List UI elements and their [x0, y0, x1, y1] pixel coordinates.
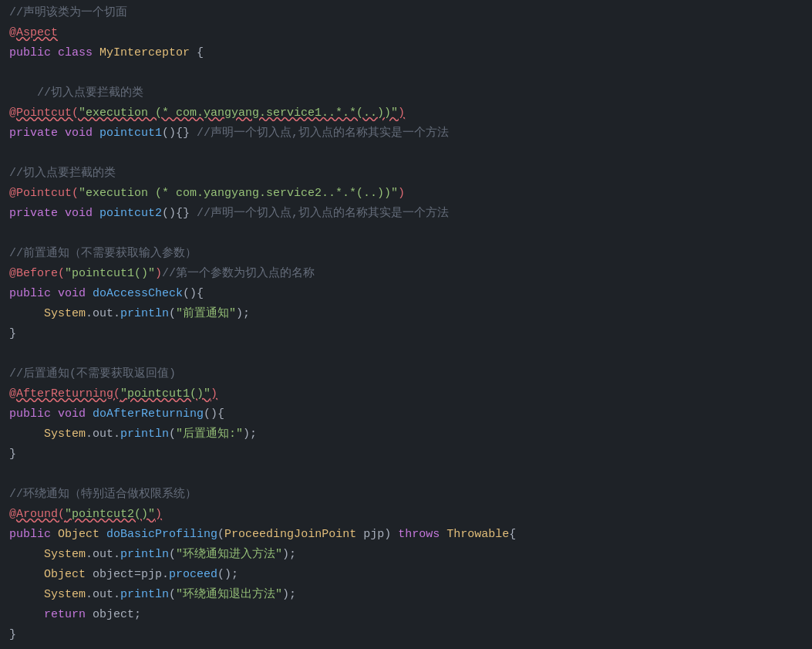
- line-21: public void doAfterReturning(){: [9, 404, 812, 424]
- line-24: [9, 465, 812, 485]
- line-12: [9, 224, 812, 244]
- line-29: Object object=pjp.proceed();: [9, 565, 812, 585]
- line-20: @AfterReturning("pointcut1()"): [9, 384, 812, 404]
- line-15: public void doAccessCheck(){: [9, 284, 812, 304]
- line-1: //声明该类为一个切面: [9, 3, 812, 23]
- line-3: public class MyInterceptor {: [9, 43, 812, 63]
- line-18: [9, 344, 812, 364]
- line-8: [9, 144, 812, 164]
- line-23: }: [9, 444, 812, 465]
- line-10: @Pointcut("execution (* com.yangyang.ser…: [9, 184, 812, 204]
- line-25: //环绕通知（特别适合做权限系统）: [9, 485, 812, 505]
- line-16: System.out.println("前置通知");: [9, 304, 812, 324]
- line-19: //后置通知(不需要获取返回值): [9, 364, 812, 384]
- code-editor: //声明该类为一个切面 @Aspect public class MyInter…: [0, 0, 812, 649]
- line-9: //切入点要拦截的类: [9, 164, 812, 184]
- line-11: private void pointcut2(){} //声明一个切入点,切入点…: [9, 204, 812, 224]
- line-30: System.out.println("环绕通知退出方法");: [9, 585, 812, 605]
- line-7: private void pointcut1(){} //声明一个切入点,切入点…: [9, 123, 812, 144]
- line-2: @Aspect: [9, 23, 812, 43]
- line-5: //切入点要拦截的类: [9, 83, 812, 103]
- line-26: @Around("pointcut2()"): [9, 505, 812, 525]
- line-27: public Object doBasicProfiling(Proceedin…: [9, 525, 812, 545]
- line-28: System.out.println("环绕通知进入方法");: [9, 545, 812, 565]
- line-4: [9, 63, 812, 83]
- line-6: @Pointcut("execution (* com.yangyang.ser…: [9, 103, 812, 123]
- line-32: }: [9, 625, 812, 645]
- line-31: return object;: [9, 605, 812, 625]
- line-17: }: [9, 324, 812, 344]
- line-13: //前置通知（不需要获取输入参数）: [9, 244, 812, 264]
- line-22: System.out.println("后置通知:");: [9, 424, 812, 444]
- line-33: [9, 645, 812, 649]
- line-14: @Before("pointcut1()")//第一个参数为切入点的名称: [9, 264, 812, 284]
